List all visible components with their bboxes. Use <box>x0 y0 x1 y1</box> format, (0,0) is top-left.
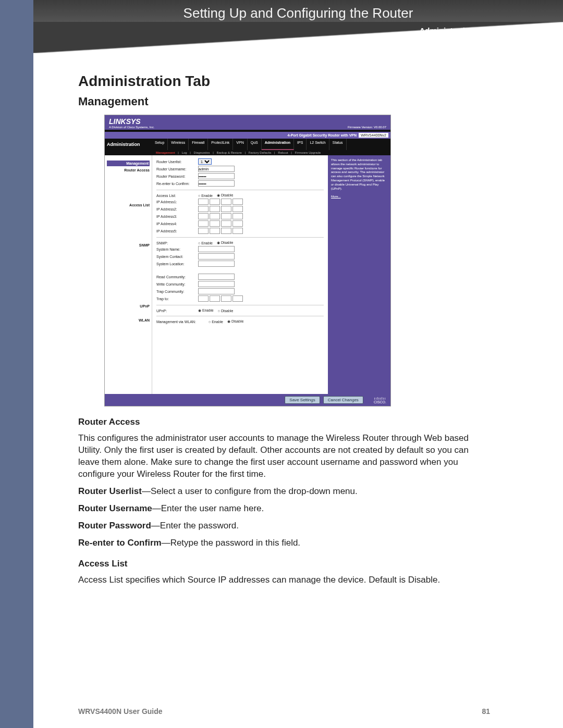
lbl-syslocation: System Location: <box>156 262 198 266</box>
subtab-firmware[interactable]: Firmware Upgrade <box>295 151 321 154</box>
ui-form-area: Router Userlist:1 Router Username: Route… <box>152 155 328 394</box>
ip3-c[interactable] <box>221 213 231 219</box>
ip1-d[interactable] <box>232 199 243 205</box>
tab-setup[interactable]: Setup <box>152 139 168 150</box>
ip1-c[interactable] <box>221 199 231 205</box>
ip4-b[interactable] <box>210 220 220 227</box>
lbl-accesslist: Access List: <box>156 194 198 198</box>
input-readcomm[interactable] <box>198 274 235 280</box>
radio-al-disable[interactable]: ◉ Disable <box>217 193 233 198</box>
tab-administration[interactable]: Administration <box>262 139 294 150</box>
ip5-c[interactable] <box>221 228 231 234</box>
cancel-changes-button[interactable]: Cancel Changes <box>323 396 363 404</box>
lbl-trapcomm: Trap Community: <box>156 290 198 293</box>
ip4-c[interactable] <box>221 220 231 227</box>
ui-bottom-bar: Save Settings Cancel Changes ıılıılııCIS… <box>105 394 390 406</box>
lbl-ip2: IP Address2: <box>156 207 198 211</box>
lbl-ip5: IP Address5: <box>156 229 198 233</box>
ip3-a[interactable] <box>198 213 209 219</box>
tab-l2switch[interactable]: L2 Switch <box>307 139 329 150</box>
admin-section-label: Administration <box>105 139 152 150</box>
save-settings-button[interactable]: Save Settings <box>285 396 320 404</box>
tab-qos[interactable]: QoS <box>248 139 262 150</box>
trap-d[interactable] <box>232 295 243 302</box>
tab-ips[interactable]: IPS <box>294 139 307 150</box>
radio-snmp-disable[interactable]: ◉ Disable <box>217 241 233 245</box>
firmware-version: Firmware Version: V0.00.07 <box>348 126 386 129</box>
ip2-d[interactable] <box>232 206 243 212</box>
ip5-a[interactable] <box>198 228 209 234</box>
trap-b[interactable] <box>210 295 220 302</box>
brand-subtitle: A Division of Cisco Systems, Inc. <box>109 126 154 129</box>
ip5-d[interactable] <box>232 228 243 234</box>
tab-vpn[interactable]: VPN <box>233 139 247 150</box>
tab-status[interactable]: Status <box>329 139 347 150</box>
radio-wlan-enable[interactable]: ○ Enable <box>209 320 223 324</box>
trap-a[interactable] <box>198 295 209 302</box>
ip1-a[interactable] <box>198 199 209 205</box>
ip5-b[interactable] <box>210 228 220 234</box>
p-username: Router Username—Enter the user name here… <box>78 503 490 515</box>
tab-firewall[interactable]: Firewall <box>189 139 208 150</box>
h3-access-list: Access List <box>78 559 490 569</box>
radio-upnp-enable[interactable]: ◉ Enable <box>198 309 214 313</box>
ip2-a[interactable] <box>198 206 209 212</box>
lbl-ip1: IP Address1: <box>156 200 198 204</box>
subtab-reboot[interactable]: Reboot <box>278 151 288 154</box>
input-writecomm[interactable] <box>198 281 235 287</box>
input-sysname[interactable] <box>198 246 235 252</box>
lbl-password: Router Password: <box>156 175 198 178</box>
input-password[interactable] <box>198 173 235 179</box>
ui-model-bar: 4-Port Gigabit Security Router with VPN … <box>105 132 390 139</box>
help-text: This section of the Administration tab a… <box>331 158 387 191</box>
radio-al-enable[interactable]: ○ Enable <box>198 194 213 198</box>
subsection-heading: Management <box>78 95 490 108</box>
subtab-backup[interactable]: Backup & Restore <box>216 151 241 154</box>
input-trapcomm[interactable] <box>198 288 235 294</box>
ip1-b[interactable] <box>210 199 220 205</box>
page-sidebar-strip <box>0 0 33 728</box>
subtab-log[interactable]: Log <box>182 151 187 154</box>
ip2-b[interactable] <box>210 206 220 212</box>
input-syslocation[interactable] <box>198 261 235 267</box>
ip2-c[interactable] <box>221 206 231 212</box>
help-more-link[interactable]: More... <box>331 195 341 198</box>
radio-wlan-disable[interactable]: ◉ Disable <box>227 319 243 324</box>
router-ui-screenshot: LINKSYS A Division of Cisco Systems, Inc… <box>104 115 391 406</box>
lbl-userlist: Router Userlist: <box>156 160 198 164</box>
lbl-ip3: IP Address3: <box>156 215 198 218</box>
ip3-d[interactable] <box>232 213 243 219</box>
ui-sub-tabs: Management | Log | Diagnostics | Backup … <box>105 150 390 155</box>
lbl-trapto: Trap to: <box>156 297 198 301</box>
left-management: Management <box>107 161 150 166</box>
input-reenter[interactable] <box>198 180 235 187</box>
lbl-reenter: Re-enter to Confirm: <box>156 182 198 186</box>
input-username[interactable] <box>198 166 235 172</box>
subtab-factory[interactable]: Factory Defaults <box>249 151 272 154</box>
section-heading: Administration Tab <box>78 73 490 90</box>
ip3-b[interactable] <box>210 213 220 219</box>
radio-upnp-disable[interactable]: ○ Disable <box>218 309 234 313</box>
ip4-a[interactable] <box>198 220 209 227</box>
left-snmp: SNMP <box>107 243 150 247</box>
ui-body: Management Router Access Access List SNM… <box>105 155 390 394</box>
lbl-sysname: System Name: <box>156 248 198 251</box>
lbl-ip4: IP Address4: <box>156 222 198 226</box>
cisco-logo: ıılıılııCISCO. <box>374 397 386 404</box>
subtab-diagnostics[interactable]: Diagnostics <box>194 151 210 154</box>
p-reenter: Re-enter to Confirm—Retype the password … <box>78 537 490 549</box>
subtab-management[interactable]: Management <box>156 151 175 154</box>
radio-snmp-enable[interactable]: ○ Enable <box>198 241 213 245</box>
tab-wireless[interactable]: Wireless <box>168 139 189 150</box>
p-access-list: Access List specifies which Source IP ad… <box>78 574 490 586</box>
left-upnp: UPnP <box>107 304 150 308</box>
input-syscontact[interactable] <box>198 253 235 260</box>
select-userlist[interactable]: 1 <box>198 158 212 165</box>
brand-logo: LINKSYS <box>109 117 141 126</box>
tab-protectlink[interactable]: ProtectLink <box>208 139 233 150</box>
trap-c[interactable] <box>221 295 231 302</box>
ip4-d[interactable] <box>232 220 243 227</box>
left-router-access: Router Access <box>107 168 150 172</box>
lbl-readcomm: Read Community: <box>156 275 198 279</box>
chapter-title: Setting Up and Configuring the Router <box>33 5 563 21</box>
